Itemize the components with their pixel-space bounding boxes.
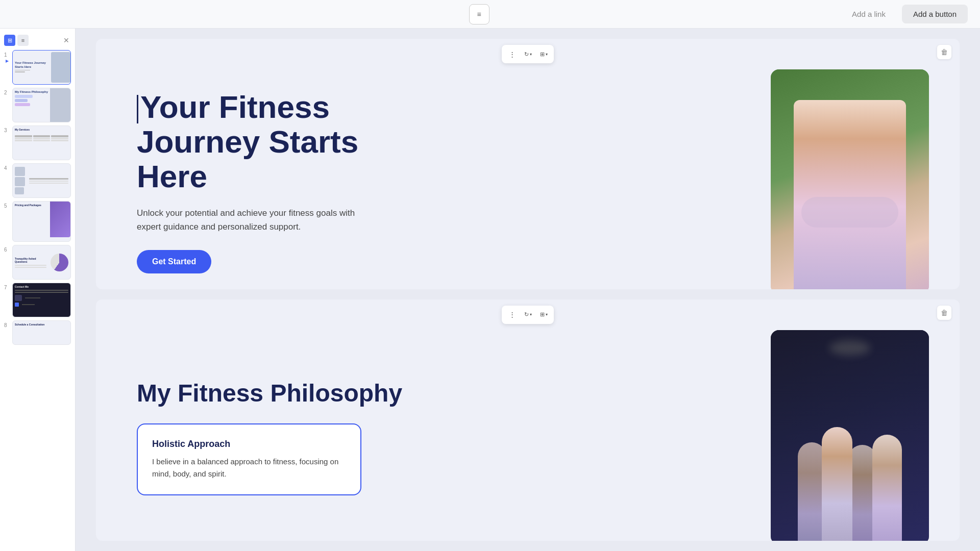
dots-icon: ⋮ [509,311,516,318]
section-2-block: ⋮ ↻ ▾ ⊞ ▾ 🗑 My Fitness Philosophy [96,299,960,541]
slide-item[interactable]: 1 ▶ Your Fitness Journey Starts Here [4,50,71,85]
delete-icon: 🗑 [941,48,948,56]
slide-item[interactable]: 3 My Services [4,126,71,160]
sidebar: ⊞ ≡ ✕ 1 ▶ Your Fitness Journey Starts He… [0,29,76,551]
add-link-button[interactable]: Add a link [844,6,894,22]
slide-item[interactable]: 8 Schedule a Consultation [4,320,71,345]
slide-thumbnail-7[interactable]: Contact Me [12,283,71,317]
section-2-toolbar: ⋮ ↻ ▾ ⊞ ▾ [502,306,554,324]
dots-icon: ⋮ [509,51,516,58]
section-design-dropdown[interactable]: ↻ ▾ [521,47,535,61]
section-layout-dropdown[interactable]: ⊞ ▾ [537,47,551,61]
slide-thumbnail-6[interactable]: Tranquility Asked Questions [12,245,71,280]
grid-icon: ⊞ [540,311,545,318]
section-1-toolbar: ⋮ ↻ ▾ ⊞ ▾ [502,45,554,63]
philosophy-card-title: Holistic Approach [152,439,346,449]
section-2-delete-button[interactable]: 🗑 [937,306,951,320]
philosophy-section: My Fitness Philosophy Holistic Approach … [96,299,960,541]
section2-design-dropdown[interactable]: ↻ ▾ [521,308,535,322]
slide-thumbnail-5[interactable]: Pricing and Packages [12,201,71,242]
hero-cta-button[interactable]: Get Started [137,250,211,273]
add-button-btn[interactable]: Add a button [902,5,968,23]
hero-section: Your FitnessJourney StartsHere Unlock yo… [96,39,960,289]
slide-thumbnail-2[interactable]: My Fitness Philosophy [12,88,71,122]
list-view-icon[interactable]: ≡ [17,35,29,46]
refresh-icon: ↻ [524,51,529,58]
top-bar: ≡ Add a link Add a button [0,0,980,29]
philosophy-image [771,330,929,541]
slide-6-chart [51,254,68,271]
delete-icon: 🗑 [941,309,948,317]
slide-item[interactable]: 5 Pricing and Packages [4,201,71,242]
menu-icon: ≡ [477,10,481,18]
hero-text: Your FitnessJourney StartsHere Unlock yo… [137,90,750,274]
section2-layout-dropdown[interactable]: ⊞ ▾ [537,308,551,322]
hero-title: Your FitnessJourney StartsHere [137,90,750,194]
hero-image [771,69,929,289]
slide-item[interactable]: 6 Tranquility Asked Questions [4,245,71,280]
sidebar-close-button[interactable]: ✕ [62,36,71,45]
section-options-button[interactable]: ⋮ [505,47,519,61]
content-area: ⋮ ↻ ▾ ⊞ ▾ 🗑 Your FitnessJourney StartsHe… [76,29,980,551]
philosophy-card-text: I believe in a balanced approach to fitn… [152,456,346,480]
grid-view-icon[interactable]: ⊞ [4,35,15,46]
main-layout: ⊞ ≡ ✕ 1 ▶ Your Fitness Journey Starts He… [0,29,980,551]
section2-options-button[interactable]: ⋮ [505,308,519,322]
cursor-indicator [137,95,138,123]
slide-item[interactable]: 2 My Fitness Philosophy [4,88,71,122]
slide-thumbnail-8[interactable]: Schedule a Consultation [12,320,71,345]
slide-item[interactable]: 4 [4,163,71,198]
refresh-icon: ↻ [524,311,529,318]
slide-thumbnail-3[interactable]: My Services [12,126,71,160]
sidebar-header: ⊞ ≡ ✕ [4,33,71,50]
menu-icon-button[interactable]: ≡ [469,4,489,24]
philosophy-title: My Fitness Philosophy [137,379,750,407]
slide-item[interactable]: 7 Contact Me [4,283,71,317]
slide-1-image [51,52,70,83]
hero-subtitle: Unlock your potential and achieve your f… [137,206,361,234]
grid-icon: ⊞ [540,51,545,58]
section-1-delete-button[interactable]: 🗑 [937,45,951,59]
philosophy-text: My Fitness Philosophy Holistic Approach … [137,379,750,495]
slide-number-1: 1 ▶ [4,50,10,85]
top-bar-actions: Add a link Add a button [844,5,968,23]
slide-thumbnail-4[interactable] [12,163,71,198]
section-1-block: ⋮ ↻ ▾ ⊞ ▾ 🗑 Your FitnessJourney StartsHe… [96,39,960,289]
slide-thumbnail-1[interactable]: Your Fitness Journey Starts Here [12,50,71,85]
top-bar-center: ≡ [469,4,489,24]
sidebar-view-icons: ⊞ ≡ [4,35,29,46]
philosophy-card: Holistic Approach I believe in a balance… [137,423,361,495]
